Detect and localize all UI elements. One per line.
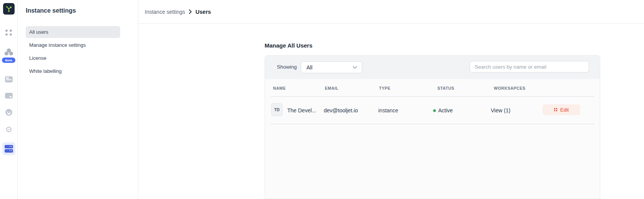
users-card: Showing All NAME EMAIL TYPE STATUS WORKS… [265,55,600,199]
status-badge: Active [438,107,453,113]
breadcrumb: Instance settings Users [138,0,644,24]
settings-sidebar: Instance settings All users Manage insta… [18,0,138,199]
table-divider [271,124,594,124]
tooljet-logo[interactable] [3,3,15,15]
workflows-icon[interactable] [0,76,18,82]
avatar: TD [271,103,283,116]
user-email: dev@tooljet.io [324,107,358,113]
user-name: The Devel... [287,107,316,113]
sidebar-item-white-labelling[interactable]: White labelling [26,65,120,77]
data-sources-icon[interactable] [0,48,18,55]
table-header: NAME EMAIL TYPE STATUS WORKSAPCES [265,83,600,94]
beta-badge: Beta [2,58,15,63]
search-input[interactable] [470,61,589,72]
sidebar-item-license[interactable]: License [26,52,120,64]
page-title: Manage All Users [265,42,313,49]
edit-button-label: Edit [560,107,569,113]
status-dot-icon [433,109,436,112]
workspace-icon[interactable] [0,109,18,116]
sidebar-item-label: License [29,55,46,61]
breadcrumb-parent[interactable]: Instance settings [145,9,185,15]
filter-bar: Showing All [265,56,600,79]
sidebar-title: Instance settings [26,7,76,14]
column-header-name: NAME [273,86,286,90]
server-icon [5,149,13,153]
sidebar-item-label: White labelling [29,68,62,74]
view-workspaces-link[interactable]: View (1) [491,107,510,113]
marketplace-icon[interactable] [0,93,18,99]
instance-settings-icon[interactable] [2,142,15,155]
sidebar-item-label: All users [29,29,48,35]
server-icon [5,145,13,148]
showing-label: Showing [277,64,297,70]
table-row: TD The Devel... dev@tooljet.io instance … [265,97,600,124]
icon-rail: Beta ⚙ [0,0,18,199]
edit-user-button[interactable]: Edit [543,104,580,115]
column-header-workspaces: WORKSAPCES [494,86,525,90]
column-header-type: TYPE [379,86,391,90]
dropdown-value: All [306,64,353,71]
instance-settings-page: Beta ⚙ Instance settings All users Manag… [0,0,644,199]
tooljet-logo-icon [5,5,12,12]
chevron-right-icon [189,9,192,14]
user-type: instance [378,107,398,113]
column-header-status: STATUS [437,86,454,90]
sidebar-item-label: Manage instance settings [29,42,86,48]
apps-icon[interactable] [0,30,18,36]
column-header-email: EMAIL [325,86,339,90]
chevron-down-icon [353,66,357,69]
user-filter-dropdown[interactable]: All [301,61,362,73]
settings-gear-icon[interactable]: ⚙ [0,126,18,133]
breadcrumb-current: Users [195,9,211,15]
sidebar-item-manage-instance-settings[interactable]: Manage instance settings [26,39,120,51]
sidebar-item-all-users[interactable]: All users [26,26,120,38]
drag-dots-icon [554,108,557,111]
